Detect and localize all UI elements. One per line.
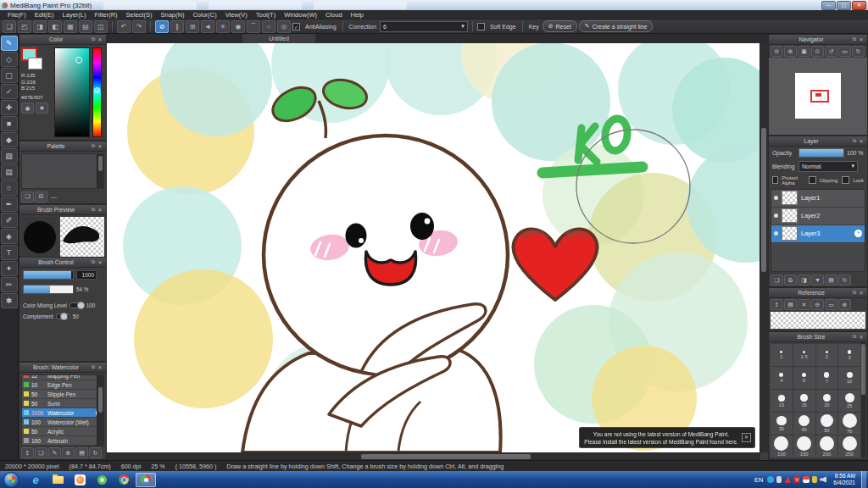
layer-folder-add-icon[interactable]: ▼ <box>811 274 824 286</box>
ref-zoom-out-icon[interactable]: ⊖ <box>811 299 824 310</box>
tray-flag-icon[interactable] <box>803 476 810 483</box>
snap-parallel-icon[interactable]: ∥ <box>170 20 184 33</box>
taskbar-file-explorer[interactable] <box>47 473 68 487</box>
layer-item-layer1[interactable]: Layer1 <box>771 190 865 208</box>
text-tool[interactable]: T <box>1 245 18 260</box>
shape-brush-tool[interactable]: ■ <box>1 116 18 131</box>
operation-tool[interactable]: ✦ <box>1 261 18 276</box>
taskbar-internet-explorer[interactable]: e <box>25 473 46 487</box>
snap-ellipse-icon[interactable]: ○ <box>262 20 275 33</box>
reference-image-area[interactable] <box>771 312 865 329</box>
menu-item-tool[interactable]: Tool(T) <box>252 10 280 19</box>
zoom-out-icon[interactable]: ⊖ <box>771 46 783 57</box>
brush-size-1[interactable]: 1 <box>771 344 793 366</box>
layer-merge-icon[interactable]: ◨ <box>798 274 810 286</box>
brush-item-watercolor-wet-[interactable]: 100Watercolor (Wet) <box>22 418 103 427</box>
bucket-tool[interactable]: ◆ <box>1 132 18 147</box>
layer-item-layer2[interactable]: Layer2 <box>771 208 865 225</box>
palette-add-icon[interactable]: ❏ <box>21 191 34 202</box>
snap-radial-icon[interactable]: ✳ <box>216 20 230 33</box>
new-canvas-icon[interactable]: ❏ <box>3 20 16 33</box>
rotate-left-icon[interactable]: ↺ <box>825 46 837 57</box>
soft-edge-checkbox[interactable] <box>477 23 485 30</box>
brush-opacity-slider[interactable] <box>23 285 74 294</box>
brush-item-watercolor[interactable]: 1000Watercolor* <box>22 408 103 418</box>
popout-icon[interactable]: ⧉ <box>851 334 858 340</box>
close-icon[interactable]: ✕ <box>858 290 865 296</box>
ref-folder-icon[interactable]: ▤ <box>784 299 797 310</box>
brush-size-30[interactable]: 30 <box>771 413 793 435</box>
close-icon[interactable]: ✕ <box>97 364 103 370</box>
brush-sync-icon[interactable]: ↻ <box>89 447 102 458</box>
snap-off-icon[interactable]: ⊘ <box>155 20 169 33</box>
save-icon[interactable]: ◨ <box>33 20 47 33</box>
brush-size-scrollbar[interactable] <box>861 342 866 458</box>
menu-item-window[interactable]: Window(W) <box>280 10 321 19</box>
antialiasing-checkbox[interactable]: ✓ <box>292 23 300 30</box>
brush-size-20[interactable]: 20 <box>816 390 838 412</box>
brush-size-50[interactable]: 50 <box>816 413 838 435</box>
menu-item-cloud[interactable]: Cloud <box>321 10 347 19</box>
ref-close-icon[interactable]: ✕ <box>798 299 810 310</box>
brush-size-slider[interactable] <box>23 270 74 280</box>
start-button[interactable] <box>3 472 19 488</box>
brush-up-icon[interactable]: ↥ <box>21 447 34 458</box>
palette-swatch-area[interactable] <box>21 153 104 189</box>
brush-size-40[interactable]: 40 <box>793 413 815 435</box>
brush-size-70[interactable]: 70 <box>838 413 860 435</box>
brush-size-25[interactable]: 25 <box>838 390 860 412</box>
select-tool[interactable]: ▢ <box>1 68 18 83</box>
protect-alpha-checkbox[interactable] <box>772 176 778 184</box>
fit-window-icon[interactable]: ▣ <box>798 46 810 57</box>
rotate-right-icon[interactable]: ↻ <box>852 46 865 57</box>
gradient-tool[interactable]: ▨ <box>1 148 18 164</box>
grid-icon[interactable]: ▦ <box>64 20 77 33</box>
layer-add-icon[interactable]: ❏ <box>771 274 783 286</box>
select-eraser-tool[interactable]: ◈ <box>1 229 18 244</box>
snap-crisscross-icon[interactable]: ⊞ <box>186 20 199 33</box>
redo-icon[interactable]: ↷ <box>132 20 146 33</box>
popout-icon[interactable]: ⧉ <box>851 138 858 144</box>
zoom-in-icon[interactable]: ⊕ <box>784 46 797 57</box>
palette-scrollbar[interactable] <box>97 154 103 188</box>
material-icon[interactable]: ◫ <box>94 20 108 33</box>
tray-warning-icon[interactable] <box>784 476 791 483</box>
eraser-tool[interactable]: ◇ <box>1 52 18 67</box>
menu-item-snap[interactable]: Snap(N) <box>156 10 188 19</box>
tray-antivirus-icon[interactable]: V <box>793 476 800 483</box>
zoom-100-icon[interactable]: ⊙ <box>811 46 824 57</box>
clock[interactable]: 8:56 AM 6/4/2021 <box>833 473 855 486</box>
layer-convert-icon[interactable]: ↻ <box>838 274 851 286</box>
brush-tool[interactable]: ✎ <box>1 36 18 51</box>
menu-item-select[interactable]: Select(S) <box>122 10 157 19</box>
menu-item-file[interactable]: File(F) <box>3 10 31 19</box>
brush-item-stipple-pen[interactable]: 50Stipple Pen <box>22 390 103 399</box>
layer-visibility-dot[interactable] <box>774 196 778 200</box>
brush-add-icon[interactable]: ❏ <box>35 447 47 458</box>
close-icon[interactable]: ✕ <box>97 259 103 265</box>
brush-size-4[interactable]: 4 <box>771 367 793 389</box>
brush-size-10[interactable]: 10 <box>838 367 860 389</box>
tray-updater-icon[interactable] <box>812 476 817 483</box>
layer-item-layer3[interactable]: Layer3* <box>771 225 865 243</box>
taskbar-chrome[interactable] <box>114 473 134 487</box>
menu-item-view[interactable]: View(V) <box>221 10 252 19</box>
complement-slider[interactable] <box>56 313 70 319</box>
popout-icon[interactable]: ⧉ <box>90 143 97 149</box>
open-file-icon[interactable]: ◰ <box>18 20 31 33</box>
brush-item-airbrush[interactable]: 100Airbrush <box>22 436 103 446</box>
layer-opacity-slider[interactable] <box>798 148 844 158</box>
canvas[interactable]: You are not using the latest version of … <box>107 43 760 452</box>
close-icon[interactable]: ✕ <box>97 143 103 149</box>
brush-edit-icon[interactable]: ✎ <box>48 447 61 458</box>
menu-item-color[interactable]: Color(C) <box>188 10 220 19</box>
lock-checkbox[interactable] <box>842 176 849 184</box>
tray-speaker-icon[interactable] <box>820 476 826 483</box>
navigator-preview[interactable] <box>769 58 867 135</box>
menu-item-help[interactable]: Help <box>347 10 368 19</box>
close-icon[interactable]: ✕ <box>858 334 865 340</box>
reset-button[interactable]: ⊘Reset <box>542 20 577 32</box>
popout-icon[interactable]: ⧉ <box>90 207 97 213</box>
taskbar-media-player[interactable] <box>70 473 90 487</box>
brush-size-200[interactable]: 200 <box>816 435 838 458</box>
